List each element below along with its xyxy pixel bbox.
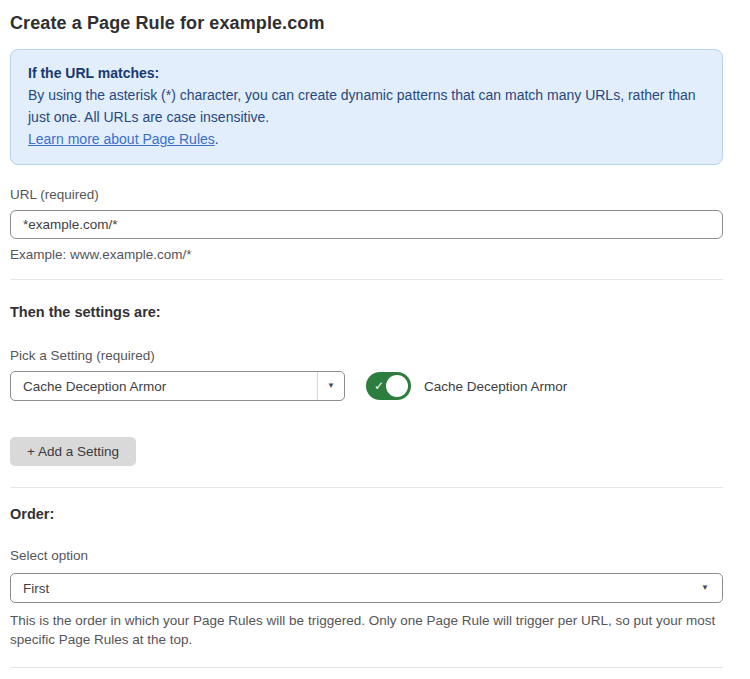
chevron-down-icon: ▼ <box>327 382 335 390</box>
info-box-link-line: Learn more about Page Rules. <box>28 128 705 150</box>
order-select-label: Select option <box>10 548 723 564</box>
order-help-text: This is the order in which your Page Rul… <box>10 611 723 649</box>
url-field-label: URL (required) <box>10 187 723 203</box>
setting-toggle-label: Cache Deception Armor <box>424 379 567 394</box>
setting-row: Cache Deception Armor ▼ ✓ Cache Deceptio… <box>10 371 723 401</box>
chevron-down-icon: ▼ <box>701 584 709 592</box>
setting-select-value: Cache Deception Armor <box>11 379 317 394</box>
order-select-value: First <box>11 581 722 596</box>
check-icon: ✓ <box>374 380 384 392</box>
order-select[interactable]: First ▼ <box>10 573 723 603</box>
divider <box>10 487 723 488</box>
divider <box>10 667 723 668</box>
setting-select[interactable]: Cache Deception Armor ▼ <box>10 371 345 401</box>
url-input[interactable] <box>10 210 723 239</box>
page-title: Create a Page Rule for example.com <box>10 12 723 34</box>
order-section-heading: Order: <box>10 505 723 523</box>
add-setting-button[interactable]: + Add a Setting <box>10 437 136 466</box>
divider <box>10 279 723 280</box>
info-box-body: By using the asterisk (*) character, you… <box>28 84 705 128</box>
toggle-knob <box>386 375 408 397</box>
setting-select-caret-button[interactable]: ▼ <box>317 372 344 400</box>
settings-section-heading: Then the settings are: <box>10 303 723 321</box>
pick-setting-label: Pick a Setting (required) <box>10 348 723 364</box>
setting-toggle[interactable]: ✓ <box>366 372 411 400</box>
create-page-rule-form: Create a Page Rule for example.com If th… <box>0 0 750 679</box>
link-period: . <box>215 131 219 147</box>
info-box-heading: If the URL matches: <box>28 62 705 84</box>
url-example-helper: Example: www.example.com/* <box>10 247 723 262</box>
url-match-info-box: If the URL matches: By using the asteris… <box>10 49 723 165</box>
learn-more-link[interactable]: Learn more about Page Rules <box>28 131 215 147</box>
